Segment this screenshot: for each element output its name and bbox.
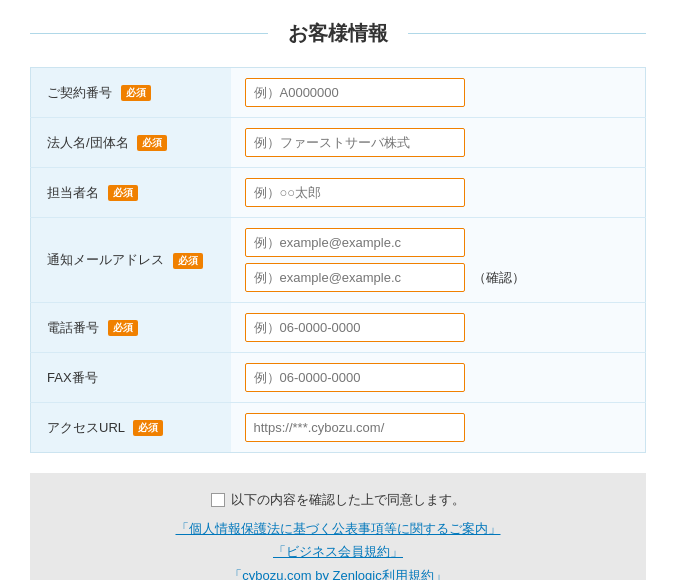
input-contract[interactable] bbox=[245, 78, 465, 107]
input-fax[interactable] bbox=[245, 363, 465, 392]
label-contract: ご契約番号 必須 bbox=[31, 68, 231, 118]
input-cell-url bbox=[231, 403, 646, 453]
form-row-email: 通知メールアドレス 必須 （確認） bbox=[31, 218, 646, 303]
links-section: 「個人情報保護法に基づく公表事項等に関するご案内」 「ビジネス会員規約」 「cy… bbox=[50, 517, 626, 580]
link-privacy[interactable]: 「個人情報保護法に基づく公表事項等に関するご案内」 bbox=[50, 517, 626, 540]
page-title: お客様情報 bbox=[268, 20, 408, 47]
label-text-fax: FAX番号 bbox=[47, 370, 98, 385]
label-email: 通知メールアドレス 必須 bbox=[31, 218, 231, 303]
input-cell-phone bbox=[231, 303, 646, 353]
input-cell-fax bbox=[231, 353, 646, 403]
form-row-company: 法人名/団体名 必須 bbox=[31, 118, 646, 168]
label-url: アクセスURL 必須 bbox=[31, 403, 231, 453]
agreement-row: 以下の内容を確認した上で同意します。 bbox=[50, 491, 626, 509]
form-row-url: アクセスURL 必須 bbox=[31, 403, 646, 453]
form-row-phone: 電話番号 必須 bbox=[31, 303, 646, 353]
agreement-text: 以下の内容を確認した上で同意します。 bbox=[231, 491, 465, 509]
input-cell-email: （確認） bbox=[231, 218, 646, 303]
input-company[interactable] bbox=[245, 128, 465, 157]
link-business[interactable]: 「ビジネス会員規約」 bbox=[50, 540, 626, 563]
email-confirm-row: （確認） bbox=[245, 263, 632, 292]
form-row-contract: ご契約番号 必須 bbox=[31, 68, 646, 118]
agreement-checkbox[interactable] bbox=[211, 493, 225, 507]
label-text-contact: 担当者名 bbox=[47, 185, 99, 200]
input-email[interactable] bbox=[245, 228, 465, 257]
link-terms[interactable]: 「cybozu.com by Zenlogic利用規約」 bbox=[50, 564, 626, 580]
title-line-left bbox=[30, 33, 268, 34]
label-text-url: アクセスURL bbox=[47, 420, 125, 435]
required-badge-email: 必須 bbox=[173, 253, 203, 269]
confirm-label: （確認） bbox=[473, 269, 525, 287]
label-text-company: 法人名/団体名 bbox=[47, 135, 129, 150]
label-company: 法人名/団体名 必須 bbox=[31, 118, 231, 168]
input-phone[interactable] bbox=[245, 313, 465, 342]
label-text-contract: ご契約番号 bbox=[47, 85, 112, 100]
input-url[interactable] bbox=[245, 413, 465, 442]
form-table: ご契約番号 必須 法人名/団体名 必須 担当者名 bbox=[30, 67, 646, 453]
required-badge-url: 必須 bbox=[133, 420, 163, 436]
required-badge-contact: 必須 bbox=[108, 185, 138, 201]
form-row-fax: FAX番号 bbox=[31, 353, 646, 403]
label-contact: 担当者名 必須 bbox=[31, 168, 231, 218]
required-badge-contract: 必須 bbox=[121, 85, 151, 101]
bottom-section: 以下の内容を確認した上で同意します。 「個人情報保護法に基づく公表事項等に関する… bbox=[30, 473, 646, 580]
required-badge-phone: 必須 bbox=[108, 320, 138, 336]
input-email-confirm[interactable] bbox=[245, 263, 465, 292]
required-badge-company: 必須 bbox=[137, 135, 167, 151]
label-phone: 電話番号 必須 bbox=[31, 303, 231, 353]
input-cell-contact bbox=[231, 168, 646, 218]
title-line-right bbox=[408, 33, 646, 34]
page-wrapper: お客様情報 ご契約番号 必須 法人名/団体名 必須 bbox=[0, 0, 676, 580]
section-title-wrapper: お客様情報 bbox=[30, 20, 646, 47]
input-cell-contract bbox=[231, 68, 646, 118]
label-text-email: 通知メールアドレス bbox=[47, 252, 164, 267]
input-contact[interactable] bbox=[245, 178, 465, 207]
label-text-phone: 電話番号 bbox=[47, 320, 99, 335]
form-row-contact: 担当者名 必須 bbox=[31, 168, 646, 218]
label-fax: FAX番号 bbox=[31, 353, 231, 403]
input-cell-company bbox=[231, 118, 646, 168]
